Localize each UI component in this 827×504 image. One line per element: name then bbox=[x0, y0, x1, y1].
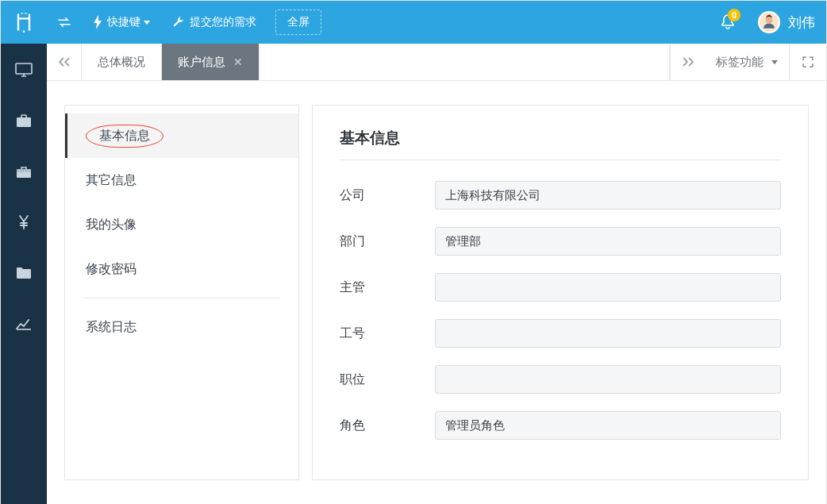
swap-button[interactable] bbox=[47, 1, 82, 44]
tab-bar: 总体概况 账户信息✕ 标签功能 bbox=[47, 44, 826, 81]
left-sidebar bbox=[1, 44, 47, 504]
yen-icon bbox=[17, 214, 31, 230]
expand-icon bbox=[802, 56, 814, 68]
tab-scroll-right[interactable] bbox=[670, 44, 705, 80]
user-menu[interactable]: 刘伟 bbox=[758, 11, 815, 33]
row-manager: 主管 bbox=[340, 273, 781, 302]
settings-sidebar: 基本信息 其它信息 我的头像 修改密码 系统日志 bbox=[64, 105, 299, 480]
topbar: 快捷键 提交您的需求 全屏 0 刘伟 bbox=[1, 1, 826, 44]
tab-scroll-left[interactable] bbox=[47, 44, 82, 80]
svg-point-1 bbox=[766, 17, 773, 24]
svg-rect-3 bbox=[17, 117, 31, 127]
input-manager[interactable] bbox=[435, 273, 781, 302]
shortcut-label: 快捷键 bbox=[107, 15, 140, 29]
row-position: 职位 bbox=[340, 365, 781, 394]
label-role: 角色 bbox=[340, 417, 435, 434]
close-icon[interactable]: ✕ bbox=[233, 56, 243, 67]
sidebar-item-label: 修改密码 bbox=[86, 261, 137, 278]
nav-finance[interactable] bbox=[8, 210, 40, 234]
input-role[interactable] bbox=[435, 411, 781, 440]
row-employee-no: 工号 bbox=[340, 319, 781, 348]
submit-demand-button[interactable]: 提交您的需求 bbox=[161, 1, 267, 44]
sidebar-item-label: 系统日志 bbox=[86, 319, 137, 336]
double-chevron-right-icon bbox=[682, 56, 694, 67]
chart-icon bbox=[16, 317, 32, 330]
avatar bbox=[758, 11, 780, 33]
wrench-icon bbox=[172, 16, 185, 29]
label-employee-no: 工号 bbox=[340, 325, 435, 342]
folder-icon bbox=[16, 267, 32, 279]
sidebar-item-basic-info[interactable]: 基本信息 bbox=[65, 113, 298, 158]
nav-files[interactable] bbox=[8, 261, 40, 285]
fullscreen-button[interactable]: 全屏 bbox=[275, 10, 321, 35]
briefcase-icon bbox=[16, 113, 32, 128]
label-position: 职位 bbox=[340, 371, 435, 388]
input-position[interactable] bbox=[435, 365, 781, 394]
row-department: 部门 bbox=[340, 227, 781, 256]
tab-expand-button[interactable] bbox=[790, 44, 826, 80]
shortcut-button[interactable]: 快捷键 bbox=[82, 1, 161, 44]
label-company: 公司 bbox=[340, 187, 435, 204]
username-label: 刘伟 bbox=[788, 13, 815, 32]
form-title: 基本信息 bbox=[340, 128, 781, 148]
sidebar-item-label: 我的头像 bbox=[86, 217, 137, 233]
sidebar-item-avatar[interactable]: 我的头像 bbox=[65, 202, 298, 247]
input-company[interactable] bbox=[435, 181, 781, 210]
caret-down-icon bbox=[771, 60, 778, 64]
avatar-icon bbox=[760, 11, 779, 33]
nav-briefcase[interactable] bbox=[8, 109, 40, 133]
nav-toolbox[interactable] bbox=[8, 160, 40, 183]
tab-functions-button[interactable]: 标签功能 bbox=[705, 44, 790, 80]
notification-badge: 0 bbox=[728, 9, 740, 21]
swap-icon bbox=[58, 17, 71, 28]
monitor-icon bbox=[15, 63, 33, 77]
label-department: 部门 bbox=[340, 233, 435, 250]
lightning-icon bbox=[93, 15, 102, 29]
input-employee-no[interactable] bbox=[435, 319, 781, 348]
svg-rect-5 bbox=[17, 169, 31, 172]
submit-demand-label: 提交您的需求 bbox=[190, 15, 256, 29]
sidebar-item-label: 基本信息 bbox=[86, 125, 163, 148]
sidebar-item-label: 其它信息 bbox=[86, 172, 137, 189]
nav-dashboard[interactable] bbox=[8, 58, 40, 82]
input-department[interactable] bbox=[435, 227, 781, 256]
svg-rect-2 bbox=[16, 63, 32, 74]
row-role: 角色 bbox=[340, 411, 781, 440]
tab-overview[interactable]: 总体概况 bbox=[82, 44, 162, 80]
nav-reports[interactable] bbox=[8, 312, 40, 336]
label-manager: 主管 bbox=[340, 279, 435, 296]
sidebar-item-password[interactable]: 修改密码 bbox=[65, 247, 298, 291]
caret-down-icon bbox=[144, 21, 150, 25]
tab-account-info[interactable]: 账户信息✕ bbox=[162, 44, 260, 80]
form-panel: 基本信息 公司 部门 主管 工号 bbox=[312, 105, 809, 480]
row-company: 公司 bbox=[340, 181, 781, 210]
sidebar-item-other-info[interactable]: 其它信息 bbox=[65, 158, 298, 202]
sidebar-item-syslog[interactable]: 系统日志 bbox=[65, 305, 298, 349]
toolbox-icon bbox=[16, 164, 32, 179]
notifications-button[interactable]: 0 bbox=[712, 1, 744, 44]
double-chevron-left-icon bbox=[58, 56, 71, 67]
logo-icon bbox=[13, 11, 35, 33]
app-logo[interactable] bbox=[1, 1, 47, 44]
fullscreen-label: 全屏 bbox=[287, 15, 310, 29]
